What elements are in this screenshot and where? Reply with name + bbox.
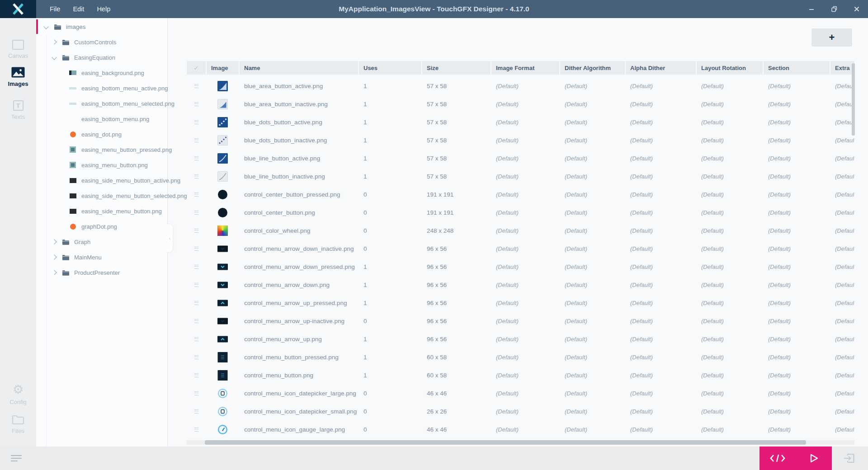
cell-dither-algorithm[interactable]: (Default) (560, 354, 625, 361)
row-drag-handle[interactable] (187, 355, 206, 359)
cell-alpha-dither[interactable]: (Default) (626, 372, 696, 379)
cell-image-format[interactable]: (Default) (491, 155, 559, 162)
cell-section[interactable]: (Default) (764, 336, 830, 343)
generate-code-button[interactable] (760, 446, 796, 470)
cell-alpha-dither[interactable]: (Default) (626, 426, 696, 433)
row-drag-handle[interactable] (187, 391, 206, 395)
table-row[interactable]: blue_area_button_inactive.png157 x 58(De… (187, 95, 854, 113)
close-button[interactable] (845, 0, 868, 18)
tree-item-graph[interactable]: Graph (36, 234, 167, 249)
chevron-right-icon[interactable] (52, 254, 57, 259)
cell-layout-rotation[interactable]: (Default) (697, 191, 763, 198)
cell-section[interactable]: (Default) (764, 227, 830, 234)
cell-image-format[interactable]: (Default) (491, 173, 559, 180)
restore-button[interactable] (823, 0, 845, 18)
table-row[interactable]: control_menu_arrow_up.png196 x 56(Defaul… (187, 330, 854, 348)
cell-alpha-dither[interactable]: (Default) (626, 318, 696, 324)
cell-extra[interactable]: (Default) (830, 227, 854, 234)
cell-image-format[interactable]: (Default) (491, 101, 559, 108)
table-row[interactable]: blue_line_button_inactive.png157 x 58(De… (187, 167, 854, 185)
tree-item-easing_side_menu_button_active[interactable]: easing_side_menu_button_active.png (36, 173, 167, 188)
row-drag-handle[interactable] (187, 193, 206, 197)
cell-dither-algorithm[interactable]: (Default) (560, 372, 625, 379)
cell-alpha-dither[interactable]: (Default) (626, 173, 696, 180)
cell-alpha-dither[interactable]: (Default) (626, 137, 696, 144)
cell-layout-rotation[interactable]: (Default) (697, 209, 763, 216)
tree-item-easing_bottom_menu_selected[interactable]: easing_bottom_menu_selected.png (36, 96, 167, 111)
cell-section[interactable]: (Default) (764, 137, 830, 144)
cell-section[interactable]: (Default) (764, 300, 830, 306)
table-row[interactable]: control_menu_icon_gauge_large.png046 x 4… (187, 420, 854, 438)
add-image-button[interactable]: + (811, 28, 852, 47)
table-row[interactable]: control_menu_arrow_down_inactive.png096 … (187, 240, 854, 258)
run-simulator-button[interactable] (796, 446, 832, 470)
chevron-right-icon[interactable] (52, 270, 57, 275)
table-row[interactable]: control_menu_arrow_down.png196 x 56(Defa… (187, 276, 854, 294)
cell-layout-rotation[interactable]: (Default) (697, 318, 763, 324)
cell-dither-algorithm[interactable]: (Default) (560, 155, 625, 162)
cell-section[interactable]: (Default) (764, 83, 830, 89)
cell-alpha-dither[interactable]: (Default) (626, 191, 696, 198)
cell-extra[interactable]: (Default) (830, 137, 854, 144)
cell-layout-rotation[interactable]: (Default) (697, 227, 763, 234)
run-target-button[interactable] (835, 446, 863, 470)
panel-collapse-handle[interactable]: ‹ (167, 224, 173, 253)
cell-layout-rotation[interactable]: (Default) (697, 263, 763, 270)
table-row[interactable]: control_center_button.png0191 x 191(Defa… (187, 203, 854, 221)
cell-extra[interactable]: (Default) (830, 354, 854, 361)
cell-extra[interactable]: (Default) (830, 245, 854, 252)
table-row[interactable]: control_menu_arrow_up_pressed.png196 x 5… (187, 294, 854, 312)
cell-image-format[interactable]: (Default) (491, 263, 559, 270)
tree-item-easing_menu_button[interactable]: easing_menu_button.png (36, 157, 167, 173)
cell-alpha-dither[interactable]: (Default) (626, 263, 696, 270)
table-row[interactable]: blue_dots_button_inactive.png157 x 58(De… (187, 131, 854, 149)
cell-dither-algorithm[interactable]: (Default) (560, 101, 625, 108)
row-drag-handle[interactable] (187, 301, 206, 305)
row-drag-handle[interactable] (187, 409, 206, 414)
cell-layout-rotation[interactable]: (Default) (697, 245, 763, 252)
tree-item-easing_menu_button_pressed[interactable]: easing_menu_button_pressed.png (36, 142, 167, 157)
cell-alpha-dither[interactable]: (Default) (626, 408, 696, 415)
minimize-button[interactable] (800, 0, 823, 18)
row-drag-handle[interactable] (187, 174, 206, 179)
cell-extra[interactable]: (Default) (830, 390, 854, 397)
row-drag-handle[interactable] (187, 102, 206, 106)
table-row[interactable]: control_center_button_pressed.png0191 x … (187, 185, 854, 203)
cell-extra[interactable]: (Default) (830, 83, 854, 89)
cell-image-format[interactable]: (Default) (491, 227, 559, 234)
cell-dither-algorithm[interactable]: (Default) (560, 137, 625, 144)
cell-image-format[interactable]: (Default) (491, 191, 559, 198)
menu-help[interactable]: Help (90, 0, 117, 18)
table-row[interactable]: control_color_wheel.png0248 x 248(Defaul… (187, 221, 854, 240)
cell-section[interactable]: (Default) (764, 282, 830, 288)
cell-dither-algorithm[interactable]: (Default) (560, 173, 625, 180)
cell-layout-rotation[interactable]: (Default) (697, 137, 763, 144)
tree-item-easing_dot[interactable]: easing_dot.png (36, 127, 167, 142)
tree-item-easingequation[interactable]: EasingEquation (36, 50, 167, 65)
chevron-down-icon[interactable] (52, 55, 57, 60)
cell-dither-algorithm[interactable]: (Default) (560, 83, 625, 89)
cell-extra[interactable]: (Default) (830, 155, 854, 162)
cell-alpha-dither[interactable]: (Default) (626, 155, 696, 162)
cell-image-format[interactable]: (Default) (491, 245, 559, 252)
horizontal-scrollbar-track[interactable] (187, 440, 854, 445)
menu-file[interactable]: File (43, 0, 66, 18)
cell-dither-algorithm[interactable]: (Default) (560, 209, 625, 216)
row-drag-handle[interactable] (187, 283, 206, 287)
cell-extra[interactable]: (Default) (830, 263, 854, 270)
cell-dither-algorithm[interactable]: (Default) (560, 300, 625, 306)
cell-extra[interactable]: (Default) (830, 300, 854, 306)
cell-section[interactable]: (Default) (764, 245, 830, 252)
tree-item-productpresenter[interactable]: ProductPresenter (36, 265, 167, 280)
cell-layout-rotation[interactable]: (Default) (697, 101, 763, 108)
chevron-right-icon[interactable] (52, 239, 57, 244)
table-row[interactable]: blue_area_button_active.png157 x 58(Defa… (187, 77, 854, 95)
cell-layout-rotation[interactable]: (Default) (697, 354, 763, 361)
cell-alpha-dither[interactable]: (Default) (626, 101, 696, 108)
chevron-right-icon[interactable] (52, 39, 57, 44)
table-row[interactable]: control_menu_button.png160 x 58(Default)… (187, 366, 854, 384)
cell-dither-algorithm[interactable]: (Default) (560, 408, 625, 415)
table-row[interactable]: control_menu_arrow_down_pressed.png196 x… (187, 258, 854, 276)
cell-image-format[interactable]: (Default) (491, 282, 559, 288)
cell-extra[interactable]: (Default) (830, 426, 854, 433)
